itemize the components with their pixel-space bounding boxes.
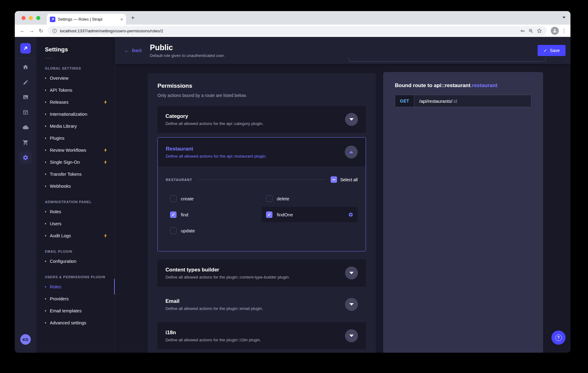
bullet-icon bbox=[45, 261, 46, 262]
select-all-checkbox[interactable] bbox=[331, 176, 337, 183]
help-button[interactable]: ? bbox=[551, 331, 566, 345]
permission-create[interactable]: create bbox=[166, 191, 262, 206]
password-key-icon[interactable] bbox=[520, 28, 525, 34]
premium-bolt-icon bbox=[104, 148, 107, 152]
accordion-restaurant-header[interactable]: Restaurant Define all allowed actions fo… bbox=[158, 138, 366, 166]
collapse-button[interactable] bbox=[345, 146, 358, 158]
zoom-window-button[interactable] bbox=[36, 16, 40, 20]
accordion-restaurant-body: RESTAURANT Select all bbox=[158, 166, 366, 251]
sidebar-item-api-tokens[interactable]: API Tokens bbox=[36, 84, 115, 96]
expand-button[interactable] bbox=[345, 267, 358, 279]
sidebar-item-admin-roles[interactable]: Roles bbox=[36, 206, 115, 218]
nav-rail: KD bbox=[15, 37, 36, 353]
site-info-icon[interactable] bbox=[52, 29, 57, 33]
bound-route-title: Bound route to api::restaurant.restauran… bbox=[395, 82, 531, 89]
chevron-up-icon bbox=[349, 151, 353, 153]
permission-delete[interactable]: delete bbox=[262, 191, 358, 206]
back-button[interactable]: ← bbox=[18, 28, 27, 34]
expand-button[interactable] bbox=[345, 113, 358, 126]
expand-button[interactable] bbox=[345, 298, 358, 311]
browser-profile-avatar[interactable] bbox=[551, 27, 559, 35]
close-window-button[interactable] bbox=[22, 16, 26, 20]
bullet-icon bbox=[45, 286, 46, 287]
sidebar-item-transfer-tokens[interactable]: Transfer Tokens bbox=[36, 168, 115, 180]
tab-search-chevron-icon[interactable] bbox=[562, 17, 566, 18]
bullet-icon bbox=[45, 322, 46, 323]
nav-content-manager-button[interactable] bbox=[19, 76, 32, 88]
expand-button[interactable] bbox=[345, 329, 358, 342]
permission-find[interactable]: ✓ find bbox=[166, 207, 262, 222]
find-checkbox[interactable]: ✓ bbox=[170, 211, 177, 218]
nav-marketplace-button[interactable] bbox=[19, 136, 32, 149]
chevron-down-icon bbox=[349, 272, 354, 274]
create-checkbox[interactable] bbox=[170, 195, 177, 202]
route-path: /api/restaurants/:id bbox=[414, 95, 457, 107]
bullet-icon bbox=[45, 90, 46, 91]
bullet-icon bbox=[45, 310, 46, 311]
route-row[interactable]: GET /api/restaurants/:id bbox=[395, 95, 531, 107]
bookmark-star-icon[interactable] bbox=[537, 28, 542, 34]
strapi-admin: KD Settings GLOBAL SETTINGS Overview API… bbox=[15, 37, 570, 353]
sidebar-item-overview[interactable]: Overview bbox=[36, 72, 115, 84]
nav-home-button[interactable] bbox=[19, 61, 32, 73]
sidebar-item-audit-logs[interactable]: Audit Logs bbox=[36, 230, 115, 242]
browser-menu-icon[interactable]: ⋮ bbox=[561, 28, 567, 34]
forward-button[interactable]: → bbox=[27, 28, 36, 34]
delete-checkbox[interactable] bbox=[266, 195, 272, 202]
sidebar-item-email-configuration[interactable]: Configuration bbox=[36, 255, 115, 267]
sidebar-item-providers[interactable]: Providers bbox=[36, 293, 115, 305]
nav-media-library-button[interactable] bbox=[19, 91, 32, 103]
strapi-favicon bbox=[50, 17, 55, 22]
close-tab-icon[interactable]: × bbox=[120, 17, 123, 22]
http-method-badge: GET bbox=[395, 95, 414, 107]
back-link[interactable]: ← Back bbox=[124, 47, 142, 54]
subnav-section-email-plugin: EMAIL PLUGIN Configuration bbox=[36, 250, 115, 267]
update-checkbox[interactable] bbox=[170, 227, 177, 234]
reload-button[interactable]: ↻ bbox=[36, 28, 46, 34]
permission-findone[interactable]: ✓ findOne bbox=[262, 207, 358, 222]
findone-checkbox[interactable]: ✓ bbox=[266, 211, 272, 218]
address-bar[interactable]: localhost:1337/admin/settings/users-perm… bbox=[48, 26, 546, 35]
bullet-icon bbox=[45, 298, 46, 299]
sidebar-item-email-templates[interactable]: Email templates bbox=[36, 305, 115, 317]
sidebar-item-up-roles[interactable]: Roles bbox=[36, 281, 115, 293]
section-label: EMAIL PLUGIN bbox=[45, 250, 115, 253]
accordion-category[interactable]: Category Define all allowed actions for … bbox=[157, 106, 366, 133]
save-button[interactable]: ✓ Save bbox=[538, 45, 566, 56]
sidebar-item-media-library[interactable]: Media Library bbox=[36, 120, 115, 132]
sidebar-item-review-workflows[interactable]: Review Workflows bbox=[36, 144, 115, 156]
select-all-control[interactable]: Select all bbox=[331, 176, 358, 183]
main-area: ← Back Public Default role given to unau… bbox=[115, 37, 570, 353]
check-icon: ✓ bbox=[543, 48, 547, 53]
nav-content-type-builder-button[interactable] bbox=[19, 106, 32, 118]
accordion-content-types-builder[interactable]: Content types builder Define all allowed… bbox=[157, 259, 366, 287]
page-title: Public bbox=[150, 43, 225, 52]
bullet-icon bbox=[45, 126, 46, 127]
accordion-i18n[interactable]: i18n Define all allowed actions for the … bbox=[157, 322, 366, 349]
sidebar-item-plugins[interactable]: Plugins bbox=[36, 132, 115, 144]
nav-deploy-cloud-button[interactable] bbox=[19, 121, 32, 134]
back-arrow-icon: ← bbox=[124, 47, 129, 54]
browser-tab[interactable]: Settings — Roles | Strapi × bbox=[47, 14, 126, 25]
sidebar-item-internationalization[interactable]: Internationalization bbox=[36, 108, 115, 120]
new-tab-button[interactable]: + bbox=[131, 14, 135, 22]
nav-settings-button[interactable] bbox=[19, 151, 32, 164]
bullet-icon bbox=[45, 114, 46, 115]
minimize-window-button[interactable] bbox=[29, 16, 33, 20]
bullet-icon bbox=[45, 186, 46, 187]
zoom-page-icon[interactable] bbox=[528, 28, 534, 34]
bound-route-panel: Bound route to api::restaurant.restauran… bbox=[383, 72, 543, 353]
sidebar-item-releases[interactable]: Releases bbox=[36, 96, 115, 108]
strapi-logo[interactable] bbox=[20, 43, 31, 54]
accordion-email[interactable]: Email Define all allowed actions for the… bbox=[157, 291, 366, 318]
sidebar-item-webhooks[interactable]: Webhooks bbox=[36, 180, 115, 192]
sidebar-item-single-sign-on[interactable]: Single Sign-On bbox=[36, 156, 115, 168]
bullet-icon bbox=[45, 150, 46, 151]
sidebar-item-admin-users[interactable]: Users bbox=[36, 218, 115, 230]
user-avatar[interactable]: KD bbox=[20, 334, 31, 345]
sidebar-item-advanced-settings[interactable]: Advanced settings bbox=[36, 317, 115, 329]
permission-update[interactable]: update bbox=[166, 223, 262, 238]
media-icon bbox=[22, 94, 29, 100]
settings-gear-icon[interactable] bbox=[348, 212, 353, 217]
page-header: ← Back Public Default role given to unau… bbox=[115, 37, 570, 64]
